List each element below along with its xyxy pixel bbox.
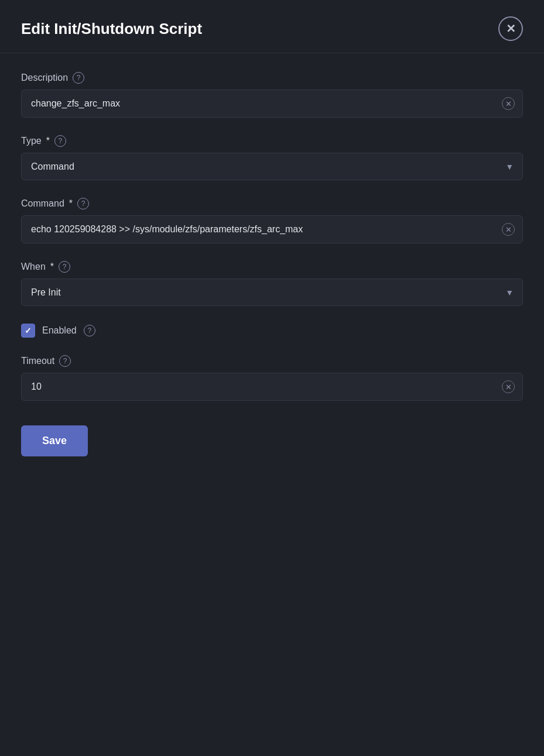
modal-body: Description ? ✕ Type* ? <box>0 53 544 480</box>
type-group: Type* ? Command Script ▼ <box>21 135 523 180</box>
edit-init-shutdown-modal: Edit Init/Shutdown Script ✕ Description … <box>0 0 544 756</box>
command-input-wrapper: ✕ <box>21 215 523 243</box>
save-button[interactable]: Save <box>21 425 88 456</box>
type-select[interactable]: Command Script <box>21 153 523 180</box>
type-select-wrapper: Command Script ▼ <box>21 153 523 180</box>
when-label: When* ? <box>21 261 523 273</box>
type-label: Type* ? <box>21 135 523 147</box>
timeout-input-wrapper: ✕ <box>21 373 523 401</box>
timeout-group: Timeout ? ✕ <box>21 355 523 401</box>
when-group: When* ? Pre Init Post Init Pre Shutdown … <box>21 261 523 306</box>
description-group: Description ? ✕ <box>21 72 523 118</box>
enabled-group: ✓ Enabled ? <box>21 324 523 338</box>
timeout-help-icon[interactable]: ? <box>59 355 71 367</box>
modal-title: Edit Init/Shutdown Script <box>21 20 202 38</box>
timeout-clear-button[interactable]: ✕ <box>502 380 515 393</box>
type-help-icon[interactable]: ? <box>54 135 66 147</box>
description-label: Description ? <box>21 72 523 84</box>
command-input[interactable] <box>21 215 523 243</box>
checkbox-check-icon: ✓ <box>25 326 32 335</box>
command-group: Command* ? ✕ <box>21 198 523 243</box>
close-icon: ✕ <box>506 22 516 36</box>
command-clear-button[interactable]: ✕ <box>502 223 515 236</box>
close-button[interactable]: ✕ <box>498 16 523 41</box>
when-select[interactable]: Pre Init Post Init Pre Shutdown Post Shu… <box>21 279 523 306</box>
command-label: Command* ? <box>21 198 523 209</box>
timeout-label: Timeout ? <box>21 355 523 367</box>
description-input[interactable] <box>21 90 523 118</box>
enabled-help-icon[interactable]: ? <box>84 325 95 336</box>
command-clear-icon: ✕ <box>505 225 512 234</box>
when-select-wrapper: Pre Init Post Init Pre Shutdown Post Shu… <box>21 279 523 306</box>
when-help-icon[interactable]: ? <box>59 261 70 273</box>
description-clear-icon: ✕ <box>505 99 512 108</box>
enabled-label: Enabled <box>42 325 77 336</box>
description-input-wrapper: ✕ <box>21 90 523 118</box>
enabled-checkbox[interactable]: ✓ <box>21 324 35 338</box>
timeout-clear-icon: ✕ <box>505 383 512 391</box>
description-help-icon[interactable]: ? <box>73 72 84 84</box>
command-help-icon[interactable]: ? <box>77 198 89 209</box>
timeout-input[interactable] <box>21 373 523 401</box>
modal-header: Edit Init/Shutdown Script ✕ <box>0 0 544 53</box>
description-clear-button[interactable]: ✕ <box>502 97 515 110</box>
